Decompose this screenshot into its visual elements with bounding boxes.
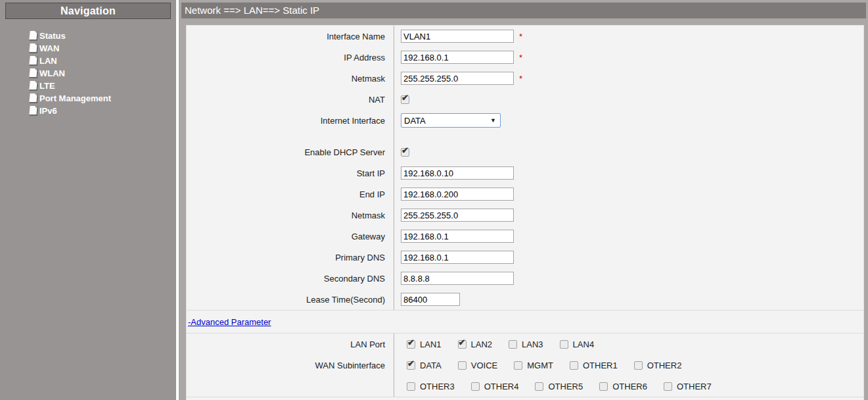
form-row: Netmask: [187, 205, 863, 226]
field-label: LAN Port: [187, 334, 394, 355]
page-icon: [29, 68, 39, 78]
other6-checkbox[interactable]: [599, 382, 608, 391]
field-label: Start IP: [187, 162, 394, 184]
field-label: Primary DNS: [187, 247, 394, 268]
lan2-checkbox[interactable]: ✔: [458, 340, 467, 349]
divider: [187, 397, 863, 397]
voice-option[interactable]: VOICE: [458, 361, 497, 370]
sidebar-title: Navigation: [5, 3, 171, 19]
field-content: [394, 247, 863, 268]
gateway-input[interactable]: [401, 230, 514, 243]
lan3-checkbox[interactable]: [509, 340, 517, 349]
lan1-checkbox[interactable]: ✔: [407, 340, 415, 349]
other1-checkbox[interactable]: [570, 361, 578, 370]
other3-option[interactable]: OTHER3: [407, 382, 455, 391]
other2-checkbox[interactable]: [634, 361, 643, 370]
checkbox-label: DATA: [420, 361, 442, 370]
form-row: IP Address*: [187, 47, 863, 68]
mgmt-option[interactable]: MGMT: [514, 361, 553, 370]
other5-checkbox[interactable]: [535, 382, 543, 391]
voice-checkbox[interactable]: [458, 361, 467, 370]
advanced-parameter-link[interactable]: -Advanced Parameter: [188, 317, 271, 327]
field-content: *: [394, 68, 863, 89]
port-row: OTHER3OTHER4OTHER5OTHER6OTHER7: [187, 376, 863, 397]
form-row: Lease Time(Second): [187, 289, 863, 310]
start-ip-input[interactable]: [401, 166, 514, 180]
lan2-option[interactable]: ✔LAN2: [458, 339, 493, 349]
netmask-input[interactable]: [401, 209, 514, 222]
other3-checkbox[interactable]: [407, 382, 415, 391]
form-row: Gateway: [187, 226, 863, 247]
page-icon: [29, 81, 39, 91]
sidebar-item-lte[interactable]: LTE: [30, 80, 176, 92]
sidebar-item-ipv6[interactable]: IPv6: [30, 105, 176, 117]
lan3-option[interactable]: LAN3: [509, 339, 543, 349]
secondary-dns-input[interactable]: [401, 272, 514, 285]
required-asterisk: *: [519, 32, 522, 41]
port-row: LAN Port✔LAN1✔LAN2LAN3LAN4: [187, 334, 863, 355]
sidebar-item-status[interactable]: Status: [30, 30, 176, 42]
other7-checkbox[interactable]: [664, 382, 672, 391]
other4-checkbox[interactable]: [471, 382, 480, 391]
checkbox-label: MGMT: [527, 361, 553, 370]
sidebar-item-label: LAN: [39, 56, 57, 66]
field-content: [394, 205, 863, 226]
field-content: *: [394, 26, 863, 47]
internet-interface-select[interactable]: DATA▼: [401, 113, 501, 128]
form-row: Secondary DNS: [187, 268, 863, 289]
lan4-option[interactable]: LAN4: [560, 339, 595, 349]
required-asterisk: *: [519, 74, 522, 84]
netmask-input[interactable]: [401, 72, 514, 85]
field-label: Gateway: [187, 226, 394, 247]
field-content: [394, 289, 863, 310]
other6-option[interactable]: OTHER6: [599, 382, 647, 391]
field-label: NAT: [187, 89, 394, 110]
sidebar-item-port-management[interactable]: Port Management: [30, 92, 176, 105]
data-checkbox[interactable]: ✔: [407, 361, 415, 370]
field-label: Netmask: [187, 205, 394, 226]
field-label: Interface Name: [187, 26, 394, 47]
sidebar-item-wlan[interactable]: WLAN: [30, 67, 176, 80]
nat-checkbox[interactable]: ✔: [401, 95, 409, 104]
checkbox-label: OTHER2: [647, 361, 682, 370]
checkbox-label: OTHER7: [677, 382, 712, 391]
field-label: [187, 376, 394, 397]
mgmt-checkbox[interactable]: [514, 361, 522, 370]
lan1-option[interactable]: ✔LAN1: [407, 339, 442, 349]
field-content: *: [394, 47, 863, 68]
other4-option[interactable]: OTHER4: [471, 382, 519, 391]
data-option[interactable]: ✔DATA: [407, 361, 442, 370]
sidebar: Navigation StatusWANLANWLANLTEPort Manag…: [0, 0, 179, 400]
other1-option[interactable]: OTHER1: [570, 361, 618, 370]
field-label: WAN Subinterface: [187, 355, 394, 376]
other5-option[interactable]: OTHER5: [535, 382, 583, 391]
end-ip-input[interactable]: [401, 188, 514, 201]
other7-option[interactable]: OTHER7: [664, 382, 712, 391]
ip-address-input[interactable]: [401, 51, 514, 64]
port-row: WAN Subinterface✔DATAVOICEMGMTOTHER1OTHE…: [187, 355, 863, 376]
field-label: Secondary DNS: [187, 268, 394, 289]
other2-option[interactable]: OTHER2: [634, 361, 682, 370]
sidebar-item-label: WLAN: [39, 68, 65, 78]
sidebar-nav: StatusWANLANWLANLTEPort ManagementIPv6: [0, 30, 176, 117]
field-content: [394, 268, 863, 289]
sidebar-item-lan[interactable]: LAN: [30, 55, 176, 67]
lease-time-second-input[interactable]: [401, 293, 460, 306]
page-icon: [29, 93, 39, 103]
checkbox-label: LAN4: [573, 339, 595, 349]
checkbox-label: OTHER3: [420, 382, 455, 391]
field-content: ✔: [394, 89, 863, 110]
checkbox-group: OTHER3OTHER4OTHER5OTHER6OTHER7: [407, 382, 712, 391]
checkbox-label: OTHER1: [583, 361, 618, 370]
check-icon: ✔: [459, 338, 466, 347]
field-content: ✔: [394, 141, 863, 162]
primary-dns-input[interactable]: [401, 251, 514, 264]
enable-dhcp-server-checkbox[interactable]: ✔: [401, 148, 409, 157]
sidebar-item-label: WAN: [39, 43, 59, 53]
page-icon: [29, 31, 39, 41]
sidebar-item-label: LTE: [39, 81, 55, 91]
advanced-parameter-row: -Advanced Parameter: [187, 311, 863, 333]
sidebar-item-wan[interactable]: WAN: [30, 42, 176, 55]
interface-name-input[interactable]: [401, 30, 514, 43]
lan4-checkbox[interactable]: [560, 340, 568, 349]
